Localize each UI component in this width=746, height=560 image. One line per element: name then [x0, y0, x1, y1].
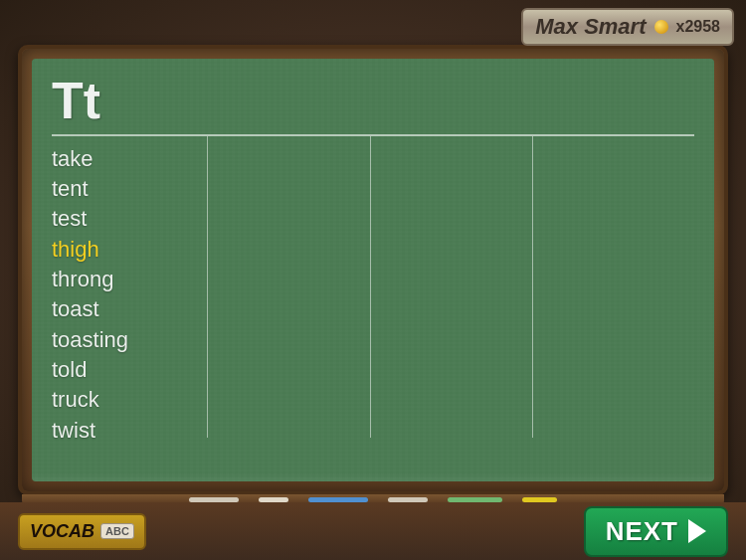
word-item: toast — [52, 294, 201, 324]
grid-column-4 — [533, 136, 694, 438]
bottom-bar: VOCAB ABC NEXT — [0, 502, 746, 560]
chalk-piece-blue — [308, 497, 368, 502]
word-list-column: taketenttestthighthrongtoasttoastingtold… — [52, 136, 208, 438]
word-item: told — [52, 355, 201, 385]
word-item: test — [52, 204, 201, 234]
chalkboard-surface: Tt taketenttestthighthrongtoasttoastingt… — [32, 59, 714, 481]
abc-badge: ABC — [100, 523, 134, 539]
coin-count: x2958 — [676, 18, 721, 36]
word-item: tent — [52, 174, 201, 204]
arrow-right-icon — [688, 519, 706, 543]
next-button[interactable]: NEXT — [584, 506, 728, 557]
chalk-piece — [189, 497, 239, 502]
vocab-label: VOCAB — [30, 521, 94, 542]
word-item: truck — [52, 385, 201, 415]
app-title: Max Smart — [535, 14, 646, 40]
grid-column-3 — [371, 136, 533, 438]
chalkboard-content: Tt taketenttestthighthrongtoasttoastingt… — [32, 59, 714, 481]
chalk-marks — [32, 473, 714, 481]
letter-heading: Tt — [52, 75, 694, 126]
word-item: throng — [52, 265, 201, 294]
chalk-piece — [388, 497, 428, 502]
coin-icon — [654, 20, 668, 34]
next-label: NEXT — [606, 516, 678, 547]
chalk-piece — [259, 497, 288, 502]
word-item: twist — [52, 416, 201, 446]
grid-area: taketenttestthighthrongtoasttoastingtold… — [52, 136, 694, 438]
grid-column-2 — [208, 136, 370, 438]
word-item: toasting — [52, 325, 201, 355]
vocab-button[interactable]: VOCAB ABC — [18, 513, 146, 550]
chalk-piece-yellow — [522, 497, 557, 502]
word-list: taketenttestthighthrongtoasttoastingtold… — [52, 144, 201, 447]
score-header: Max Smart x2958 — [521, 8, 734, 46]
word-item: thigh — [52, 235, 201, 265]
chalkboard-frame: Tt taketenttestthighthrongtoasttoastingt… — [18, 45, 728, 495]
chalk-piece-green — [448, 497, 502, 502]
word-item: take — [52, 144, 201, 174]
